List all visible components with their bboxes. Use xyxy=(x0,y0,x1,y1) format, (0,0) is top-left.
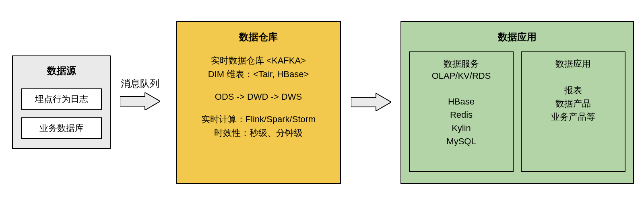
data-app-item: 数据产品 xyxy=(525,97,621,110)
warehouse-layers-line: ODS -> DWD -> DWS xyxy=(184,90,333,104)
data-app-col-title: 数据应用 xyxy=(525,58,621,70)
architecture-diagram: 数据源 埋点行为日志 业务数据库 消息队列 数据仓库 实时数据仓库 <KAFKA… xyxy=(0,0,644,205)
data-service-col: 数据服务 OLAP/KV/RDS HBase Redis Kylin MySQL xyxy=(409,51,514,172)
warehouse-dim-line: DIM 维表：<Tair, HBase> xyxy=(184,68,333,81)
svg-marker-1 xyxy=(351,93,391,111)
data-source-title: 数据源 xyxy=(19,64,103,77)
data-app-col: 数据应用 报表 数据产品 业务产品等 xyxy=(521,51,625,172)
data-service-item: Redis xyxy=(413,108,510,121)
data-application-title: 数据应用 xyxy=(409,31,626,43)
data-service-sub: OLAP/KV/RDS xyxy=(413,71,510,81)
warehouse-compute-line: 实时计算：Flink/Spark/Storm xyxy=(184,113,333,126)
arrow-mq-label: 消息队列 xyxy=(121,77,159,90)
arrow-app xyxy=(351,93,391,111)
data-service-item: HBase xyxy=(413,95,510,108)
arrow-right-icon xyxy=(351,93,391,111)
arrow-right-icon xyxy=(120,92,160,110)
data-service-item: Kylin xyxy=(413,121,510,135)
warehouse-box: 数据仓库 实时数据仓库 <KAFKA> DIM 维表：<Tair, HBase>… xyxy=(176,21,341,184)
data-app-item: 业务产品等 xyxy=(525,110,621,123)
data-service-title: 数据服务 xyxy=(413,58,510,70)
data-service-item: MySQL xyxy=(413,135,510,148)
data-application-box: 数据应用 数据服务 OLAP/KV/RDS HBase Redis Kylin … xyxy=(400,21,634,184)
svg-marker-0 xyxy=(120,92,160,110)
data-source-item: 业务数据库 xyxy=(21,117,102,139)
data-source-box: 数据源 埋点行为日志 业务数据库 xyxy=(12,55,111,149)
arrow-mq: 消息队列 xyxy=(120,77,160,110)
warehouse-title: 数据仓库 xyxy=(184,31,333,43)
data-app-item: 报表 xyxy=(525,84,621,97)
warehouse-kafka-line: 实时数据仓库 <KAFKA> xyxy=(184,54,333,68)
data-source-item: 埋点行为日志 xyxy=(21,88,102,110)
warehouse-latency-line: 时效性：秒级、分钟级 xyxy=(184,126,333,140)
